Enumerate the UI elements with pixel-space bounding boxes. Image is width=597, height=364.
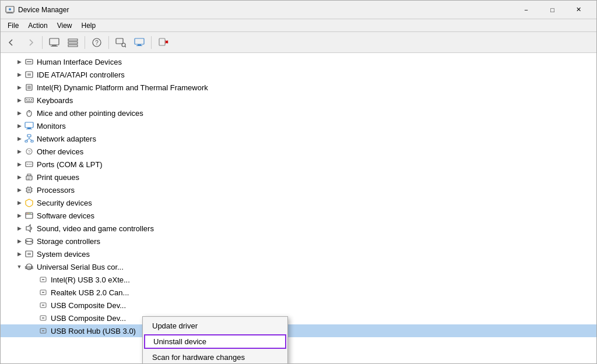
svg-rect-29	[29, 99, 30, 100]
expand-system[interactable]: ▶	[15, 249, 24, 259]
svg-rect-35	[25, 122, 33, 128]
expand-print[interactable]: ▶	[15, 172, 24, 182]
close-button[interactable]: ✕	[566, 1, 592, 19]
expand-keyboards[interactable]: ▶	[15, 96, 24, 105]
print-icon	[24, 172, 34, 182]
svg-rect-51	[27, 174, 31, 176]
tree-item-network[interactable]: ▶ Network adapters	[1, 132, 596, 145]
minimize-button[interactable]: −	[513, 1, 539, 19]
back-button[interactable]	[3, 34, 20, 51]
maximize-button[interactable]: □	[539, 1, 566, 19]
computer-view-button[interactable]	[45, 34, 63, 51]
forward-button[interactable]	[22, 34, 39, 51]
expand-security[interactable]: ▶	[15, 198, 24, 207]
tree-item-intel-dynamic[interactable]: ▶ Intel(R) Dynamic Platform and Thermal …	[1, 81, 596, 94]
storage-label: Storage controllers	[37, 237, 100, 246]
tree-item-processors[interactable]: ▶ Processors	[1, 183, 596, 196]
mice-icon	[24, 108, 34, 118]
ctx-update-driver[interactable]: Update driver	[143, 319, 287, 333]
expand-storage[interactable]: ▶	[15, 236, 24, 246]
software-label: Software devices	[37, 211, 94, 220]
svg-rect-7	[68, 39, 78, 41]
toolbar-separator-1	[42, 36, 43, 49]
remove-button[interactable]	[154, 34, 172, 51]
ctx-scan-hardware[interactable]: Scan for hardware changes	[143, 350, 287, 363]
expand-ports[interactable]: ▶	[15, 160, 24, 169]
expand-processors[interactable]: ▶	[15, 185, 24, 195]
expand-software[interactable]: ▶	[15, 211, 24, 220]
mice-label: Mice and other pointing devices	[37, 109, 143, 118]
expand-mice[interactable]: ▶	[15, 108, 24, 118]
tree-item-usb[interactable]: ▼ USB Universal Serial Bus cor...	[1, 260, 596, 273]
tree-item-ide-ata[interactable]: ▶ IDE ATA/ATAPI controllers	[1, 68, 596, 81]
menu-file[interactable]: File	[3, 19, 23, 32]
svg-rect-15	[135, 38, 144, 44]
sound-icon	[24, 223, 34, 234]
keyboards-icon	[24, 95, 34, 105]
tree-item-intel-usb3[interactable]: ▶ Intel(R) USB 3.0 eXte...	[1, 273, 596, 286]
tree-item-usb-composite2[interactable]: ▶ USB Composite Dev...	[1, 312, 596, 324]
tree-item-print-queues[interactable]: ▶ Print queues	[1, 171, 596, 183]
title-bar-controls: − □ ✕	[513, 1, 592, 19]
tree-item-keyboards[interactable]: ▶ Keyboards	[1, 94, 596, 107]
intel-usb3-label: Intel(R) USB 3.0 eXte...	[51, 275, 130, 284]
title-bar: Device Manager − □ ✕	[1, 1, 596, 19]
system-icon	[24, 249, 34, 259]
realtek-label: Realtek USB 2.0 Can...	[51, 288, 129, 297]
tree-item-realtek[interactable]: ▶ Realtek USB 2.0 Can...	[1, 286, 596, 299]
scan-button[interactable]	[112, 34, 129, 51]
expand-sound[interactable]: ▶	[15, 224, 24, 233]
tree-item-software[interactable]: ▶ Software devices	[1, 209, 596, 222]
expand-ide-ata[interactable]: ▶	[15, 70, 24, 79]
tree-item-sound[interactable]: ▶ Sound, video and game controllers	[1, 222, 596, 235]
svg-point-49	[30, 164, 31, 165]
tree-item-other[interactable]: ▶ ? Other devices	[1, 145, 596, 158]
tree-item-ports[interactable]: ▶ Ports (COM & LPT)	[1, 158, 596, 171]
svg-point-3	[9, 8, 11, 10]
menu-view[interactable]: View	[52, 19, 77, 32]
expand-network[interactable]: ▶	[15, 134, 24, 143]
tree-item-system[interactable]: ▶ System devices	[1, 248, 596, 260]
tree-item-security[interactable]: ▶ Security devices	[1, 196, 596, 209]
sound-label: Sound, video and game controllers	[37, 224, 154, 233]
title-bar-left: Device Manager	[5, 5, 69, 15]
svg-rect-22	[27, 61, 31, 62]
tree-item-usb-composite1[interactable]: ▶ USB Composite Dev...	[1, 299, 596, 312]
svg-rect-79	[42, 279, 44, 280]
tree-item-monitors[interactable]: ▶ Monitors	[1, 119, 596, 132]
expand-other[interactable]: ▶	[15, 147, 24, 156]
menu-help[interactable]: Help	[77, 19, 101, 32]
svg-rect-83	[42, 305, 44, 306]
composite1-icon	[38, 300, 48, 310]
menu-action[interactable]: Action	[23, 19, 52, 32]
svg-line-43	[29, 139, 32, 140]
svg-rect-81	[42, 292, 44, 293]
monitor-button[interactable]	[131, 34, 148, 51]
svg-rect-9	[68, 45, 78, 47]
expand-human-interface[interactable]: ▶	[15, 57, 24, 66]
help-icon: ?	[92, 37, 102, 48]
list-view-button[interactable]	[64, 34, 82, 51]
help-button[interactable]: ?	[88, 34, 106, 51]
svg-rect-87	[42, 330, 44, 331]
expand-intel-dynamic[interactable]: ▶	[15, 83, 24, 92]
toolbar-separator-4	[151, 36, 152, 49]
device-tree[interactable]: ▶ Human Interface Devices ▶ IDE ATA/ATAP…	[1, 53, 596, 340]
menu-bar: File Action View Help	[1, 19, 596, 32]
expand-usb[interactable]: ▼	[15, 262, 24, 271]
tree-item-storage[interactable]: ▶ Storage controllers	[1, 235, 596, 248]
svg-line-14	[125, 46, 127, 47]
svg-marker-69	[26, 225, 30, 232]
ctx-uninstall-device[interactable]: Uninstall device	[144, 334, 286, 349]
expand-monitors[interactable]: ▶	[15, 121, 24, 130]
context-menu: Update driver Uninstall device Scan for …	[142, 316, 288, 363]
other-icon: ?	[24, 146, 34, 157]
intel-usb3-icon	[38, 274, 48, 285]
tree-item-mice[interactable]: ▶ Mice and other pointing devices	[1, 107, 596, 119]
svg-rect-31	[26, 101, 32, 102]
tree-item-human-interface[interactable]: ▶ Human Interface Devices	[1, 55, 596, 68]
software-icon	[24, 210, 34, 221]
svg-rect-53	[27, 179, 30, 179]
tree-item-usb-root-hub[interactable]: ▶ USB Root Hub (USB 3.0)	[1, 324, 596, 337]
list-icon	[68, 37, 78, 48]
